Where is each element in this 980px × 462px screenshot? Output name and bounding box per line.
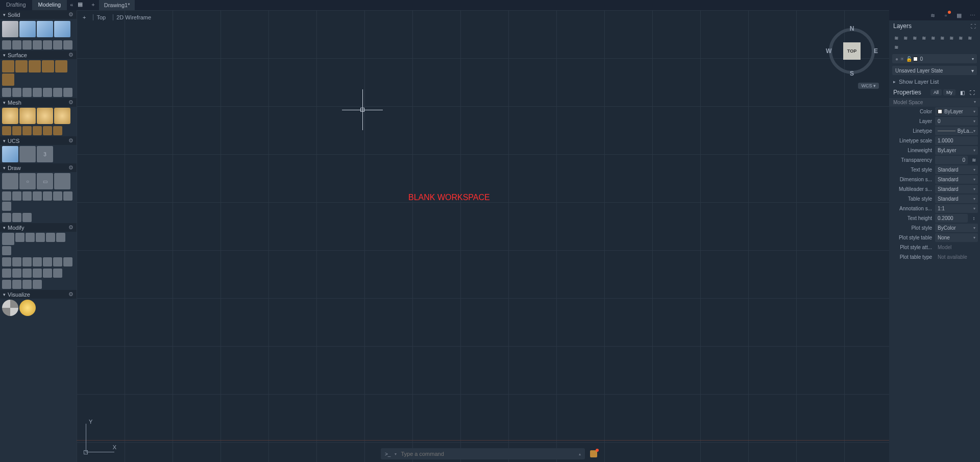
tool-align[interactable] <box>63 257 72 266</box>
layer-states-icon[interactable]: ≋ <box>892 43 900 51</box>
prop-tablestyle-value[interactable]: Standard▾ <box>935 194 978 203</box>
tool-xline[interactable] <box>2 213 11 222</box>
tool-ellipse[interactable] <box>33 191 42 201</box>
tool-surf-trim[interactable] <box>2 88 11 97</box>
tool-blend[interactable] <box>42 60 54 72</box>
tool-draworder[interactable] <box>12 280 21 289</box>
tool-mirror[interactable] <box>36 233 45 242</box>
tool-rotate[interactable] <box>2 257 11 266</box>
prop-ltscale-value[interactable]: 1.0000 <box>935 136 978 145</box>
gear-icon[interactable]: ⚙ <box>68 224 74 231</box>
tool-region[interactable] <box>54 173 70 189</box>
tool-spline[interactable] <box>22 191 32 201</box>
expand-icon[interactable]: ⛶ <box>971 23 976 29</box>
layer-freeze-icon[interactable]: ≋ <box>901 34 910 42</box>
props-tab-all[interactable]: All <box>930 89 942 95</box>
tool-ucs-world[interactable] <box>2 146 18 162</box>
tool-break[interactable] <box>22 269 32 278</box>
viewcube[interactable]: N S E W TOP <box>824 23 880 79</box>
section-solid[interactable]: ▾Solid⚙ <box>0 10 77 19</box>
tool-surf-sculpt[interactable] <box>33 88 42 97</box>
tool-interfere[interactable] <box>63 40 72 50</box>
prop-plotstyle-value[interactable]: ByColor▾ <box>935 224 978 232</box>
viewcube-north[interactable]: N <box>850 25 854 32</box>
tool-mesh-sphere[interactable] <box>37 108 53 124</box>
command-line[interactable]: >_ ▾ ▴ <box>381 448 585 459</box>
section-mesh[interactable]: ▾Mesh⚙ <box>0 98 77 107</box>
tool-mesh-crease[interactable] <box>12 126 21 135</box>
prop-dimstyle-value[interactable]: Standard▾ <box>935 175 978 184</box>
tool-loft[interactable] <box>15 60 28 72</box>
document-tab[interactable]: Drawing1* <box>99 0 135 10</box>
tool-offset[interactable] <box>2 74 14 86</box>
layer-previous-icon[interactable]: ≋ <box>957 34 965 42</box>
tool-mline[interactable] <box>22 213 32 222</box>
tool-slice[interactable] <box>33 40 42 50</box>
tool-arc[interactable] <box>2 191 11 201</box>
tool-mesh-uncrease[interactable] <box>22 126 32 135</box>
tool-mesh-smooth[interactable] <box>19 108 36 124</box>
tool-donut[interactable] <box>63 191 72 201</box>
tool-match[interactable] <box>22 280 32 289</box>
tool-offset2[interactable] <box>46 233 55 242</box>
panel-tab-blocks-icon[interactable]: ▫ <box>941 11 950 19</box>
props-tab-my[interactable]: My <box>943 89 955 95</box>
tool-ucs-x[interactable] <box>19 146 36 162</box>
tool-setbylayer[interactable] <box>33 280 42 289</box>
tool-helix[interactable] <box>53 191 62 201</box>
tool-mesh-smooth-less[interactable] <box>54 108 70 124</box>
layer-make-current-icon[interactable]: ≋ <box>938 34 946 42</box>
wcs-badge[interactable]: WCS ▾ <box>858 83 879 89</box>
tool-erase[interactable] <box>2 269 11 278</box>
prop-mlstyle-value[interactable]: Standard▾ <box>935 185 978 193</box>
new-document-button[interactable]: + <box>87 0 99 10</box>
gear-icon[interactable]: ⚙ <box>68 137 74 144</box>
prop-textheight-value[interactable]: 0.2000 <box>935 214 968 223</box>
tool-rectangle[interactable]: ▭ <box>37 173 53 189</box>
mode-tabs-overflow[interactable]: « <box>67 0 76 10</box>
layer-isolate-icon[interactable]: ≋ <box>920 34 928 42</box>
tool-join[interactable] <box>33 269 42 278</box>
tool-network[interactable] <box>2 60 14 72</box>
gear-icon[interactable]: ⚙ <box>68 99 74 106</box>
prop-annoscale-value[interactable]: 1:1▾ <box>935 204 978 213</box>
props-context[interactable]: Model Space▾ <box>889 98 980 107</box>
tool-planar[interactable] <box>29 60 41 72</box>
tool-scale[interactable] <box>56 233 65 242</box>
drawing-canvas[interactable]: + Top 2D Wireframe BLANK WORKSPACE N S E… <box>77 10 889 462</box>
section-visualize[interactable]: ▾Visualize⚙ <box>0 290 77 299</box>
tool-mesh-refine[interactable] <box>2 126 11 135</box>
tool-surf-nurbs[interactable] <box>63 88 72 97</box>
section-ucs[interactable]: ▾UCS⚙ <box>0 136 77 145</box>
prop-linetype-value[interactable]: ByLa...▾ <box>935 127 978 135</box>
layer-properties-icon[interactable]: ≋ <box>966 34 974 42</box>
tool-presspull[interactable] <box>37 21 53 37</box>
tool-extrude[interactable] <box>19 21 36 37</box>
layer-lock-icon[interactable]: ≋ <box>911 34 919 42</box>
tool-array[interactable] <box>53 257 62 266</box>
gear-icon[interactable]: ⚙ <box>68 11 74 18</box>
viewport-controls[interactable]: + Top 2D Wireframe <box>83 14 154 20</box>
section-surface[interactable]: ▾Surface⚙ <box>0 51 77 59</box>
tool-lengthen[interactable] <box>43 269 52 278</box>
tool-imprint[interactable] <box>53 40 62 50</box>
tool-polyline[interactable] <box>2 173 18 189</box>
prop-pstable-value[interactable]: None▾ <box>935 233 978 242</box>
prop-textstyle-value[interactable]: Standard▾ <box>935 165 978 174</box>
viewcube-east[interactable]: E <box>874 47 878 55</box>
tool-circle[interactable]: ○ <box>19 173 36 189</box>
tool-copy[interactable] <box>26 233 35 242</box>
tool-patch[interactable] <box>55 60 67 72</box>
tool-solid-history[interactable] <box>54 21 70 37</box>
section-modify[interactable]: ▾Modify⚙ <box>0 223 77 232</box>
layer-off-icon[interactable]: ≋ <box>892 34 900 42</box>
tool-trim[interactable] <box>12 257 21 266</box>
tool-mesh-box[interactable] <box>2 108 18 124</box>
tool-fillet[interactable] <box>33 257 42 266</box>
prop-color-value[interactable]: ByLayer▾ <box>935 107 978 116</box>
viewport-style[interactable]: 2D Wireframe <box>113 14 154 20</box>
gear-icon[interactable]: ⚙ <box>68 291 74 298</box>
viewcube-west[interactable]: W <box>826 47 831 55</box>
panel-tab-layers-icon[interactable]: ≋ <box>928 11 937 19</box>
viewport-plus[interactable]: + <box>83 14 89 20</box>
